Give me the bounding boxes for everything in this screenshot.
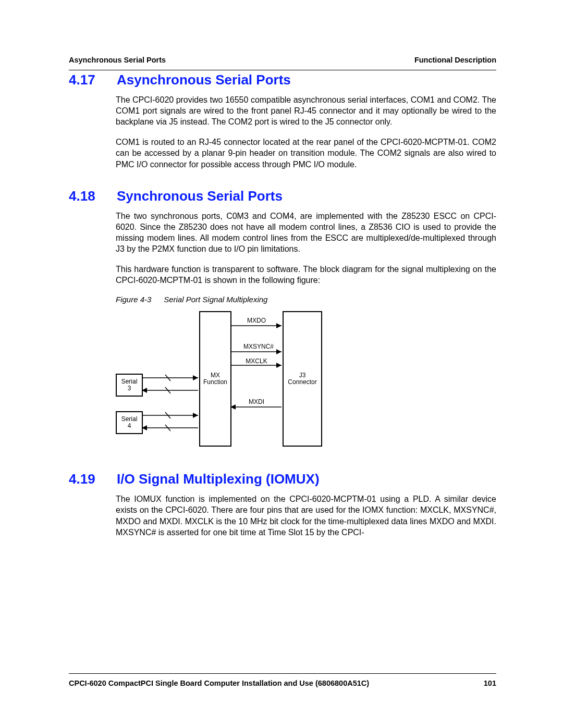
section-number: 4.17 — [69, 72, 105, 88]
svg-marker-13 — [276, 323, 282, 328]
paragraph: This hardware function is transparent to… — [116, 264, 496, 286]
figure-number: Figure 4-3 — [116, 295, 162, 304]
figure-diagram: Serial 3 Serial 4 MX Function J3 Connect… — [116, 311, 356, 453]
svg-marker-15 — [276, 349, 282, 354]
svg-marker-2 — [193, 375, 198, 380]
section-title: I/O Signal Multiplexing (IOMUX) — [117, 471, 496, 487]
figure-wires — [116, 311, 356, 453]
running-head-left: Asynchronous Serial Ports — [69, 56, 166, 64]
section-body: The two synchronous ports, C0M3 and COM4… — [116, 211, 496, 286]
paragraph: COM1 is routed to an RJ-45 connector loc… — [116, 137, 496, 169]
section-4-18: 4.18 Synchronous Serial Ports The two sy… — [69, 188, 496, 453]
section-4-19: 4.19 I/O Signal Multiplexing (IOMUX) The… — [69, 471, 496, 537]
section-heading: 4.17 Asynchronous Serial Ports — [69, 72, 496, 88]
section-number: 4.19 — [69, 471, 105, 487]
page: Asynchronous Serial Ports Functional Des… — [0, 0, 563, 728]
section-heading: 4.18 Synchronous Serial Ports — [69, 188, 496, 204]
footer-rule — [69, 673, 496, 674]
paragraph: The CPCI-6020 provides two 16550 compati… — [116, 94, 496, 127]
section-body: The IOMUX function is implemented on the… — [116, 493, 496, 537]
svg-marker-17 — [276, 363, 282, 368]
svg-marker-11 — [142, 425, 147, 430]
section-title: Synchronous Serial Ports — [117, 188, 496, 204]
header-rule — [69, 70, 496, 70]
figure-title: Serial Port Signal Multiplexing — [164, 295, 267, 304]
section-heading: 4.19 I/O Signal Multiplexing (IOMUX) — [69, 471, 496, 487]
footer-page-number: 101 — [484, 679, 496, 687]
section-body: The CPCI-6020 provides two 16550 compati… — [116, 94, 496, 170]
section-title: Asynchronous Serial Ports — [117, 72, 496, 88]
svg-marker-5 — [142, 388, 147, 393]
section-number: 4.18 — [69, 188, 105, 204]
figure-caption: Figure 4-3 Serial Port Signal Multiplexi… — [116, 295, 496, 304]
svg-marker-19 — [230, 404, 236, 410]
svg-marker-8 — [193, 413, 198, 418]
footer-left: CPCI-6020 CompactPCI Single Board Comput… — [69, 679, 369, 687]
running-head-right: Functional Description — [414, 56, 496, 64]
section-4-17: 4.17 Asynchronous Serial Ports The CPCI-… — [69, 72, 496, 170]
paragraph: The two synchronous ports, C0M3 and COM4… — [116, 211, 496, 254]
paragraph: The IOMUX function is implemented on the… — [116, 493, 496, 537]
